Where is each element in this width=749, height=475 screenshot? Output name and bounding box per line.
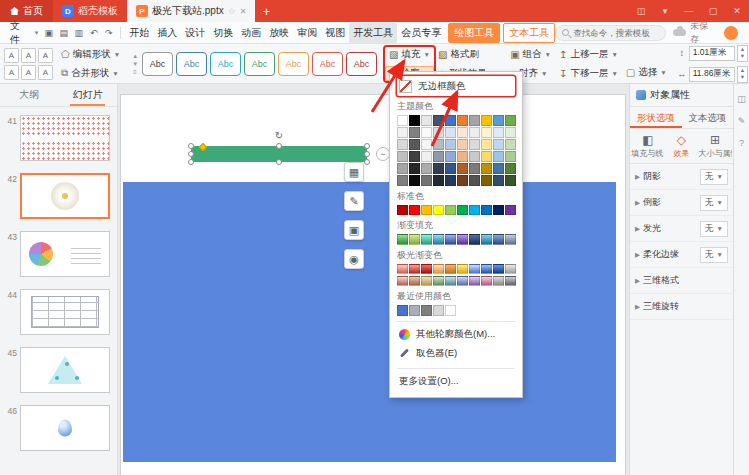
file-caret-icon[interactable]: ▾ (35, 29, 39, 37)
gradient-swatch[interactable] (397, 276, 408, 287)
expand-arrow-icon[interactable]: ▶ (635, 173, 640, 181)
resize-handle[interactable] (188, 151, 194, 157)
color-swatch[interactable] (505, 139, 516, 150)
color-swatch[interactable] (469, 151, 480, 162)
color-swatch[interactable] (493, 163, 504, 174)
gradient-swatch[interactable] (397, 234, 408, 245)
shape-style-preset[interactable]: Abc (346, 52, 377, 76)
resize-handle[interactable] (188, 143, 194, 149)
pen-tool-icon[interactable]: ✎ (344, 191, 364, 211)
resize-handle[interactable] (276, 143, 282, 149)
layout-switch-icon[interactable]: ◫ (629, 0, 653, 22)
slide-thumbnail[interactable] (20, 231, 110, 277)
color-swatch[interactable] (493, 115, 504, 126)
color-swatch[interactable] (409, 305, 420, 316)
textbox-style-icon[interactable]: A (38, 48, 53, 63)
color-swatch[interactable] (469, 127, 480, 138)
color-swatch[interactable] (409, 115, 420, 126)
send-backward-button[interactable]: ↧ 下移一层 ▼ (555, 66, 622, 81)
color-swatch[interactable] (457, 115, 468, 126)
gradient-swatch[interactable] (505, 276, 516, 287)
color-swatch[interactable] (445, 305, 456, 316)
shape-height-input[interactable] (689, 46, 735, 61)
color-swatch[interactable] (433, 175, 444, 186)
tab-outline[interactable]: 大纲 (0, 84, 59, 106)
section-value-dropdown[interactable]: 无▼ (700, 247, 728, 263)
slide-thumbnail-item[interactable]: 46 (2, 405, 110, 451)
gallery-nav-icon[interactable]: ≡ (132, 69, 138, 75)
resize-handle[interactable] (364, 143, 370, 149)
gradient-swatch[interactable] (505, 264, 516, 275)
color-swatch[interactable] (445, 127, 456, 138)
frame-tool-icon[interactable]: ▣ (344, 220, 364, 240)
slide-thumbnail[interactable] (20, 347, 110, 393)
resize-handle[interactable] (276, 159, 282, 165)
slide-thumbnail-item[interactable]: 43 (2, 231, 110, 277)
color-swatch[interactable] (505, 115, 516, 126)
menu-开始[interactable]: 开始 (125, 23, 153, 43)
panel-toggle-icon[interactable]: ◫ (737, 94, 746, 104)
property-section-发光[interactable]: ▶发光无▼ (630, 216, 733, 242)
color-swatch[interactable] (421, 163, 432, 174)
color-swatch[interactable] (469, 163, 480, 174)
color-swatch[interactable] (457, 163, 468, 174)
color-swatch[interactable] (409, 163, 420, 174)
color-swatch[interactable] (433, 139, 444, 150)
color-swatch[interactable] (421, 139, 432, 150)
save-icon[interactable]: ▣ (41, 25, 56, 41)
menu-切换[interactable]: 切换 (209, 23, 237, 43)
textbox-style-icon[interactable]: A (4, 65, 19, 80)
color-swatch[interactable] (421, 151, 432, 162)
expand-arrow-icon[interactable]: ▶ (635, 199, 640, 207)
color-swatch[interactable] (505, 163, 516, 174)
favorite-star-icon[interactable]: ☆ (228, 6, 236, 16)
slide-thumbnail[interactable] (20, 405, 110, 451)
resize-handle[interactable] (364, 151, 370, 157)
tab-slides[interactable]: 幻灯片 (59, 84, 118, 106)
textbox-style-icon[interactable]: A (21, 48, 36, 63)
color-swatch[interactable] (505, 175, 516, 186)
rotate-handle[interactable]: ↻ (275, 131, 283, 141)
tab-close-icon[interactable]: ✕ (240, 7, 247, 16)
color-swatch[interactable] (409, 127, 420, 138)
gradient-swatch[interactable] (505, 234, 516, 245)
color-swatch[interactable] (493, 151, 504, 162)
more-outline-colors-option[interactable]: 其他轮廓颜色(M)... (397, 325, 515, 344)
color-swatch[interactable] (421, 205, 432, 216)
fill-line-tab[interactable]: ◧填充与线条 (631, 134, 664, 159)
slide-thumbnail-item[interactable]: 42 (2, 173, 110, 219)
properties-tab-形状选项[interactable]: 形状选项 (630, 107, 682, 128)
menu-审阅[interactable]: 审阅 (293, 23, 321, 43)
group-button[interactable]: ▣ 组合 ▼ (506, 47, 555, 62)
color-swatch[interactable] (481, 139, 492, 150)
layers-tool-icon[interactable]: ▦ (344, 162, 364, 182)
slide-thumbnail[interactable] (20, 289, 110, 335)
gradient-swatch[interactable] (433, 234, 444, 245)
gradient-swatch[interactable] (469, 276, 480, 287)
expand-arrow-icon[interactable]: ▶ (635, 251, 640, 259)
color-swatch[interactable] (433, 205, 444, 216)
color-swatch[interactable] (433, 163, 444, 174)
menu-插入[interactable]: 插入 (153, 23, 181, 43)
shape-style-preset[interactable]: Abc (210, 52, 241, 76)
menu-放映[interactable]: 放映 (265, 23, 293, 43)
close-button[interactable]: ✕ (725, 0, 749, 22)
color-swatch[interactable] (469, 205, 480, 216)
color-swatch[interactable] (493, 127, 504, 138)
gradient-swatch[interactable] (445, 264, 456, 275)
property-section-三维格式[interactable]: ▶三维格式 (630, 268, 733, 294)
textbox-style-icon[interactable]: A (38, 65, 53, 80)
color-swatch[interactable] (445, 175, 456, 186)
color-swatch[interactable] (397, 115, 408, 126)
color-swatch[interactable] (469, 175, 480, 186)
color-swatch[interactable] (445, 205, 456, 216)
color-swatch[interactable] (457, 139, 468, 150)
format-painter-button[interactable]: ▧ 格式刷 (434, 47, 500, 62)
color-swatch[interactable] (433, 115, 444, 126)
annotate-icon[interactable]: ✎ (738, 116, 746, 126)
color-swatch[interactable] (481, 115, 492, 126)
gradient-swatch[interactable] (421, 276, 432, 287)
textbox-style-icon[interactable]: A (21, 65, 36, 80)
menu-视图[interactable]: 视图 (321, 23, 349, 43)
color-swatch[interactable] (433, 151, 444, 162)
